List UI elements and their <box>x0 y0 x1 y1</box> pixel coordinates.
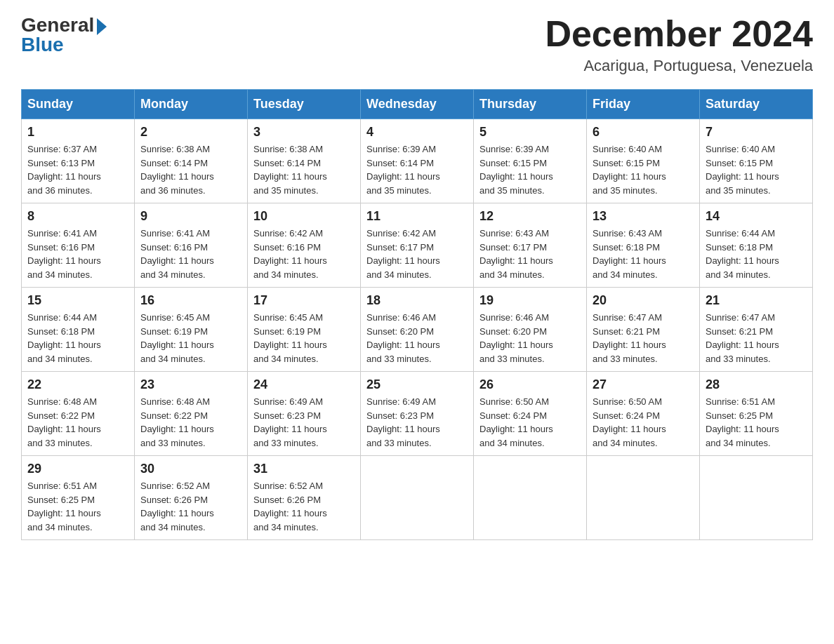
location-subtitle: Acarigua, Portuguesa, Venezuela <box>545 57 813 75</box>
calendar-cell: 16Sunrise: 6:45 AMSunset: 6:19 PMDayligh… <box>135 288 248 372</box>
day-number: 6 <box>593 125 694 140</box>
logo-arrow-icon <box>97 18 107 35</box>
week-row-1: 1Sunrise: 6:37 AMSunset: 6:13 PMDaylight… <box>22 119 813 203</box>
logo: General Blue <box>21 14 107 56</box>
day-info: Sunrise: 6:45 AMSunset: 6:19 PMDaylight:… <box>253 311 355 365</box>
day-info: Sunrise: 6:46 AMSunset: 6:20 PMDaylight:… <box>366 311 468 365</box>
day-info: Sunrise: 6:48 AMSunset: 6:22 PMDaylight:… <box>140 395 241 450</box>
col-header-friday: Friday <box>587 90 700 119</box>
day-info: Sunrise: 6:37 AMSunset: 6:13 PMDaylight:… <box>27 142 128 197</box>
day-info: Sunrise: 6:50 AMSunset: 6:24 PMDaylight:… <box>593 395 694 450</box>
day-number: 8 <box>27 209 128 224</box>
day-number: 28 <box>706 377 807 392</box>
day-number: 19 <box>479 293 581 308</box>
day-number: 17 <box>253 293 355 308</box>
day-number: 30 <box>140 462 241 476</box>
day-number: 10 <box>253 209 355 224</box>
calendar-cell: 1Sunrise: 6:37 AMSunset: 6:13 PMDaylight… <box>22 119 135 203</box>
calendar-cell: 6Sunrise: 6:40 AMSunset: 6:15 PMDaylight… <box>587 119 700 203</box>
day-number: 14 <box>706 209 807 224</box>
calendar-cell: 29Sunrise: 6:51 AMSunset: 6:25 PMDayligh… <box>22 456 135 540</box>
calendar-cell: 26Sunrise: 6:50 AMSunset: 6:24 PMDayligh… <box>474 372 587 456</box>
calendar-cell <box>361 456 474 540</box>
calendar-cell: 23Sunrise: 6:48 AMSunset: 6:22 PMDayligh… <box>135 372 248 456</box>
logo-blue-text: Blue <box>21 34 64 56</box>
month-year-title: December 2024 <box>545 14 813 54</box>
day-number: 24 <box>253 377 355 392</box>
day-info: Sunrise: 6:40 AMSunset: 6:15 PMDaylight:… <box>593 142 694 197</box>
day-number: 20 <box>593 293 694 308</box>
calendar-cell: 15Sunrise: 6:44 AMSunset: 6:18 PMDayligh… <box>22 288 135 372</box>
day-info: Sunrise: 6:47 AMSunset: 6:21 PMDaylight:… <box>593 311 694 365</box>
day-info: Sunrise: 6:45 AMSunset: 6:19 PMDaylight:… <box>140 311 241 365</box>
day-number: 29 <box>27 462 128 476</box>
col-header-saturday: Saturday <box>700 90 813 119</box>
title-section: December 2024 Acarigua, Portuguesa, Vene… <box>545 14 813 75</box>
day-info: Sunrise: 6:38 AMSunset: 6:14 PMDaylight:… <box>253 142 355 197</box>
col-header-monday: Monday <box>135 90 248 119</box>
calendar-cell: 20Sunrise: 6:47 AMSunset: 6:21 PMDayligh… <box>587 288 700 372</box>
calendar-cell: 4Sunrise: 6:39 AMSunset: 6:14 PMDaylight… <box>361 119 474 203</box>
calendar-cell: 12Sunrise: 6:43 AMSunset: 6:17 PMDayligh… <box>474 203 587 288</box>
day-number: 15 <box>27 293 128 308</box>
calendar-cell: 2Sunrise: 6:38 AMSunset: 6:14 PMDaylight… <box>135 119 248 203</box>
week-row-5: 29Sunrise: 6:51 AMSunset: 6:25 PMDayligh… <box>22 456 813 540</box>
day-number: 12 <box>479 209 581 224</box>
day-info: Sunrise: 6:47 AMSunset: 6:21 PMDaylight:… <box>706 311 807 365</box>
day-number: 25 <box>366 377 468 392</box>
calendar-cell: 5Sunrise: 6:39 AMSunset: 6:15 PMDaylight… <box>474 119 587 203</box>
day-info: Sunrise: 6:52 AMSunset: 6:26 PMDaylight:… <box>253 479 355 534</box>
calendar-cell: 27Sunrise: 6:50 AMSunset: 6:24 PMDayligh… <box>587 372 700 456</box>
calendar-cell: 9Sunrise: 6:41 AMSunset: 6:16 PMDaylight… <box>135 203 248 288</box>
calendar-cell: 13Sunrise: 6:43 AMSunset: 6:18 PMDayligh… <box>587 203 700 288</box>
day-number: 26 <box>479 377 581 392</box>
day-info: Sunrise: 6:41 AMSunset: 6:16 PMDaylight:… <box>140 227 241 281</box>
calendar-cell: 25Sunrise: 6:49 AMSunset: 6:23 PMDayligh… <box>361 372 474 456</box>
calendar-cell: 7Sunrise: 6:40 AMSunset: 6:15 PMDaylight… <box>700 119 813 203</box>
day-number: 4 <box>366 125 468 140</box>
day-info: Sunrise: 6:43 AMSunset: 6:18 PMDaylight:… <box>593 227 694 281</box>
calendar-cell: 18Sunrise: 6:46 AMSunset: 6:20 PMDayligh… <box>361 288 474 372</box>
day-number: 27 <box>593 377 694 392</box>
day-info: Sunrise: 6:39 AMSunset: 6:14 PMDaylight:… <box>366 142 468 197</box>
day-number: 3 <box>253 125 355 140</box>
page-header: General Blue December 2024 Acarigua, Por… <box>21 14 813 75</box>
day-number: 9 <box>140 209 241 224</box>
calendar-header-row: SundayMondayTuesdayWednesdayThursdayFrid… <box>22 90 813 119</box>
day-info: Sunrise: 6:50 AMSunset: 6:24 PMDaylight:… <box>479 395 581 450</box>
calendar-cell: 11Sunrise: 6:42 AMSunset: 6:17 PMDayligh… <box>361 203 474 288</box>
day-info: Sunrise: 6:48 AMSunset: 6:22 PMDaylight:… <box>27 395 128 450</box>
day-info: Sunrise: 6:38 AMSunset: 6:14 PMDaylight:… <box>140 142 241 197</box>
week-row-3: 15Sunrise: 6:44 AMSunset: 6:18 PMDayligh… <box>22 288 813 372</box>
day-number: 18 <box>366 293 468 308</box>
day-number: 31 <box>253 462 355 476</box>
day-number: 7 <box>706 125 807 140</box>
day-info: Sunrise: 6:42 AMSunset: 6:17 PMDaylight:… <box>366 227 468 281</box>
calendar-cell: 10Sunrise: 6:42 AMSunset: 6:16 PMDayligh… <box>248 203 361 288</box>
day-number: 2 <box>140 125 241 140</box>
calendar-cell: 21Sunrise: 6:47 AMSunset: 6:21 PMDayligh… <box>700 288 813 372</box>
day-number: 16 <box>140 293 241 308</box>
calendar-cell: 19Sunrise: 6:46 AMSunset: 6:20 PMDayligh… <box>474 288 587 372</box>
day-info: Sunrise: 6:51 AMSunset: 6:25 PMDaylight:… <box>27 479 128 534</box>
week-row-4: 22Sunrise: 6:48 AMSunset: 6:22 PMDayligh… <box>22 372 813 456</box>
day-number: 21 <box>706 293 807 308</box>
day-info: Sunrise: 6:51 AMSunset: 6:25 PMDaylight:… <box>706 395 807 450</box>
calendar-cell: 22Sunrise: 6:48 AMSunset: 6:22 PMDayligh… <box>22 372 135 456</box>
day-info: Sunrise: 6:44 AMSunset: 6:18 PMDaylight:… <box>27 311 128 365</box>
calendar-cell: 24Sunrise: 6:49 AMSunset: 6:23 PMDayligh… <box>248 372 361 456</box>
calendar-cell: 31Sunrise: 6:52 AMSunset: 6:26 PMDayligh… <box>248 456 361 540</box>
day-info: Sunrise: 6:49 AMSunset: 6:23 PMDaylight:… <box>366 395 468 450</box>
day-number: 5 <box>479 125 581 140</box>
day-info: Sunrise: 6:40 AMSunset: 6:15 PMDaylight:… <box>706 142 807 197</box>
day-number: 1 <box>27 125 128 140</box>
day-number: 11 <box>366 209 468 224</box>
col-header-wednesday: Wednesday <box>361 90 474 119</box>
calendar-table: SundayMondayTuesdayWednesdayThursdayFrid… <box>21 89 813 540</box>
col-header-sunday: Sunday <box>22 90 135 119</box>
week-row-2: 8Sunrise: 6:41 AMSunset: 6:16 PMDaylight… <box>22 203 813 288</box>
day-info: Sunrise: 6:43 AMSunset: 6:17 PMDaylight:… <box>479 227 581 281</box>
day-info: Sunrise: 6:46 AMSunset: 6:20 PMDaylight:… <box>479 311 581 365</box>
day-number: 23 <box>140 377 241 392</box>
day-info: Sunrise: 6:41 AMSunset: 6:16 PMDaylight:… <box>27 227 128 281</box>
